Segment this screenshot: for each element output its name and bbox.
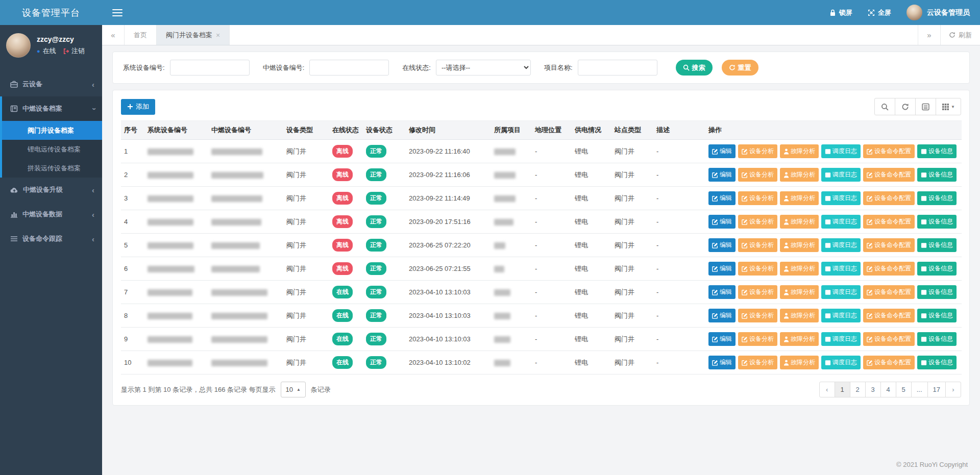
search-field-input[interactable] [578,60,657,76]
action-故障分析-button[interactable]: 故障分析 [780,356,819,369]
action-调度日志-button[interactable]: 调度日志 [821,262,861,276]
action-故障分析-button[interactable]: 故障分析 [780,262,819,276]
action-编辑-button[interactable]: 编辑 [708,356,736,369]
page-number-button[interactable]: 3 [865,382,881,397]
action-故障分析-button[interactable]: 故障分析 [780,168,819,182]
page-number-button[interactable]: 4 [880,382,896,397]
table-columns-button[interactable]: ▼ [936,98,961,115]
action-设备命令配置-button[interactable]: 设备命令配置 [863,285,915,299]
action-调度日志-button[interactable]: 调度日志 [821,332,861,346]
tab-active[interactable]: 阀门井设备档案× [157,25,230,45]
page-number-button[interactable]: 17 [927,382,946,397]
search-button[interactable]: 搜索 [676,60,713,76]
topbar-user-menu[interactable]: 云设备管理员 [906,5,970,20]
action-调度日志-button[interactable]: 调度日志 [821,144,861,158]
search-field-input[interactable] [170,60,250,76]
sidebar-subitem[interactable]: 阀门井设备档案 [2,121,102,140]
action-设备信息-button[interactable]: 设备信息 [917,144,957,158]
action-设备命令配置-button[interactable]: 设备命令配置 [863,262,915,276]
action-调度日志-button[interactable]: 调度日志 [821,309,861,322]
action-故障分析-button[interactable]: 故障分析 [780,309,819,322]
lock-screen-button[interactable]: 锁屏 [829,8,852,17]
action-设备分析-button[interactable]: 设备分析 [738,144,777,158]
action-设备命令配置-button[interactable]: 设备命令配置 [863,356,915,369]
tab-item[interactable]: 首页 [125,25,157,45]
table-search-button[interactable] [874,98,895,115]
action-设备分析-button[interactable]: 设备分析 [738,262,777,276]
sidebar-subitem[interactable]: 拼装远传设备档案 [2,159,102,178]
action-调度日志-button[interactable]: 调度日志 [821,238,861,252]
sidebar-item[interactable]: 中燃设备档案‹ [2,96,102,121]
action-调度日志-button[interactable]: 调度日志 [821,191,861,205]
tabs-scroll-left-button[interactable]: « [102,25,125,45]
hamburger-icon[interactable] [112,9,122,16]
action-调度日志-button[interactable]: 调度日志 [821,356,861,369]
close-icon[interactable]: × [216,31,220,39]
reset-button[interactable]: 重置 [722,60,758,76]
action-编辑-button[interactable]: 编辑 [708,332,736,346]
action-设备分析-button[interactable]: 设备分析 [738,191,777,205]
action-设备信息-button[interactable]: 设备信息 [917,191,957,205]
tabs-scroll-right-button[interactable]: » [918,25,940,45]
action-设备信息-button[interactable]: 设备信息 [917,356,957,369]
action-故障分析-button[interactable]: 故障分析 [780,144,819,158]
table-view-button[interactable] [915,98,936,115]
page-ellipsis[interactable]: ... [911,382,928,397]
page-number-button[interactable]: 2 [850,382,866,397]
sidebar-item[interactable]: 中燃设备升级‹ [0,178,102,202]
action-故障分析-button[interactable]: 故障分析 [780,238,819,252]
action-设备信息-button[interactable]: 设备信息 [917,215,957,229]
action-设备命令配置-button[interactable]: 设备命令配置 [863,144,915,158]
action-设备命令配置-button[interactable]: 设备命令配置 [863,191,915,205]
action-调度日志-button[interactable]: 调度日志 [821,215,861,229]
action-设备命令配置-button[interactable]: 设备命令配置 [863,238,915,252]
action-编辑-button[interactable]: 编辑 [708,262,736,276]
action-设备命令配置-button[interactable]: 设备命令配置 [863,332,915,346]
action-设备分析-button[interactable]: 设备分析 [738,332,777,346]
action-编辑-button[interactable]: 编辑 [708,309,736,322]
action-设备分析-button[interactable]: 设备分析 [738,215,777,229]
action-设备命令配置-button[interactable]: 设备命令配置 [863,168,915,182]
page-next-button[interactable]: › [945,382,961,397]
action-调度日志-button[interactable]: 调度日志 [821,285,861,299]
action-编辑-button[interactable]: 编辑 [708,144,736,158]
search-field-input[interactable] [309,60,389,76]
action-设备分析-button[interactable]: 设备分析 [738,356,777,369]
action-设备信息-button[interactable]: 设备信息 [917,309,957,322]
user-avatar[interactable] [6,33,31,58]
sidebar-item[interactable]: 中燃设备数据‹ [0,202,102,227]
action-设备信息-button[interactable]: 设备信息 [917,262,957,276]
action-编辑-button[interactable]: 编辑 [708,215,736,229]
action-设备命令配置-button[interactable]: 设备命令配置 [863,309,915,322]
logout-link[interactable]: 注销 [63,46,85,56]
fullscreen-button[interactable]: 全屏 [868,8,891,17]
action-故障分析-button[interactable]: 故障分析 [780,285,819,299]
action-编辑-button[interactable]: 编辑 [708,168,736,182]
add-button[interactable]: 添加 [121,99,155,115]
page-number-button[interactable]: 1 [835,382,850,397]
sidebar-subitem[interactable]: 锂电远传设备档案 [2,140,102,159]
page-prev-button[interactable]: ‹ [819,382,835,397]
action-设备信息-button[interactable]: 设备信息 [917,285,957,299]
action-设备信息-button[interactable]: 设备信息 [917,168,957,182]
action-设备信息-button[interactable]: 设备信息 [917,332,957,346]
sidebar-item[interactable]: 设备命令跟踪‹ [0,227,102,251]
online-status-select[interactable]: --请选择-- [436,60,531,76]
action-设备分析-button[interactable]: 设备分析 [738,309,777,322]
action-设备信息-button[interactable]: 设备信息 [917,238,957,252]
page-number-button[interactable]: 5 [896,382,912,397]
action-故障分析-button[interactable]: 故障分析 [780,332,819,346]
page-size-select[interactable]: 10 ▲ [281,382,306,397]
action-故障分析-button[interactable]: 故障分析 [780,215,819,229]
action-设备命令配置-button[interactable]: 设备命令配置 [863,215,915,229]
action-调度日志-button[interactable]: 调度日志 [821,168,861,182]
tab-refresh-button[interactable]: 刷新 [940,25,980,45]
sidebar-item[interactable]: 云设备‹ [0,72,102,96]
action-设备分析-button[interactable]: 设备分析 [738,238,777,252]
action-设备分析-button[interactable]: 设备分析 [738,168,777,182]
action-编辑-button[interactable]: 编辑 [708,285,736,299]
table-refresh-button[interactable] [895,98,916,115]
action-编辑-button[interactable]: 编辑 [708,238,736,252]
action-故障分析-button[interactable]: 故障分析 [780,191,819,205]
action-设备分析-button[interactable]: 设备分析 [738,285,777,299]
